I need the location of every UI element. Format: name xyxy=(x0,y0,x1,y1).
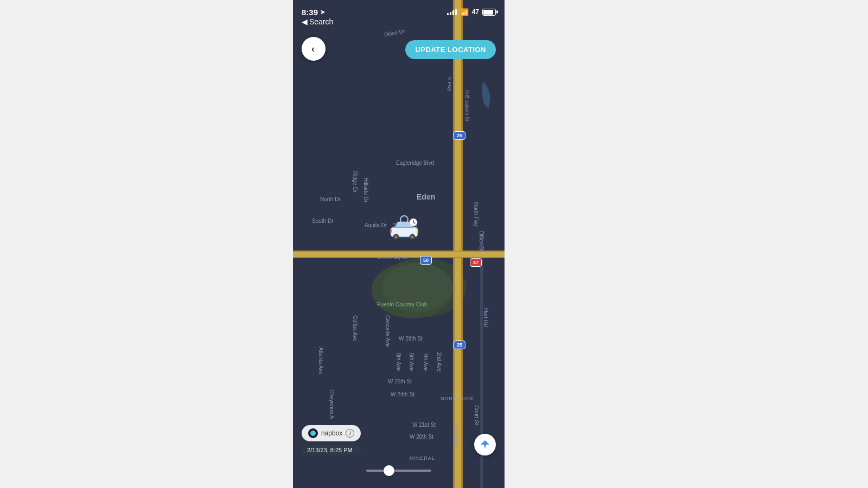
zoom-slider-container xyxy=(366,470,431,472)
svg-point-49 xyxy=(395,236,397,238)
svg-rect-0 xyxy=(293,0,505,488)
time-display: 8:39 xyxy=(302,8,318,17)
search-label: Search xyxy=(309,17,333,26)
signal-bar-3 xyxy=(452,10,454,15)
car-timestamp-icon xyxy=(409,218,418,229)
svg-rect-52 xyxy=(390,229,392,233)
mapbox-attribution: napbox i xyxy=(302,425,361,441)
search-link[interactable]: ◀ Search xyxy=(302,17,333,26)
phone-container: 8:39 ➤ 📶 47 ◀ Search ‹ UPDATE LOCATION D… xyxy=(293,0,505,488)
signal-bar-2 xyxy=(450,12,451,15)
status-icons: 📶 47 xyxy=(447,8,496,16)
svg-rect-51 xyxy=(416,229,418,233)
battery-percent: 47 xyxy=(472,8,479,16)
back-button[interactable]: ‹ xyxy=(302,37,326,61)
current-location-button[interactable] xyxy=(474,434,496,455)
back-chevron-icon: ‹ xyxy=(311,43,315,55)
search-chevron-icon: ◀ xyxy=(302,17,308,26)
status-time: 8:39 ➤ xyxy=(302,8,325,17)
us47-shield: 47 xyxy=(470,258,482,267)
right-panel xyxy=(505,0,868,488)
mapbox-logo-inner xyxy=(310,431,316,436)
svg-rect-6 xyxy=(293,252,505,257)
navigation-arrow-icon: ➤ xyxy=(320,9,325,16)
i25-south-shield: 25 xyxy=(454,341,465,349)
info-icon[interactable]: i xyxy=(346,429,354,438)
svg-point-45 xyxy=(382,263,453,312)
signal-bar-4 xyxy=(455,9,457,15)
bottom-bar: napbox i 2/13/23, 8:25 PM xyxy=(293,425,505,455)
car-location-ring xyxy=(400,215,409,224)
map-background xyxy=(293,0,505,488)
timestamp-badge: 2/13/23, 8:25 PM xyxy=(302,445,361,455)
zoom-slider-thumb[interactable] xyxy=(384,465,394,476)
update-location-button[interactable]: UPDATE LOCATION xyxy=(405,40,496,59)
bottom-left-info: napbox i 2/13/23, 8:25 PM xyxy=(302,425,361,455)
signal-bar-1 xyxy=(447,13,449,15)
battery-icon xyxy=(482,9,496,16)
battery-fill xyxy=(483,10,493,15)
svg-point-50 xyxy=(411,236,413,238)
mapbox-logo xyxy=(308,428,318,438)
wifi-icon: 📶 xyxy=(460,8,469,16)
svg-rect-3 xyxy=(455,0,461,488)
i25-north-shield: 25 xyxy=(454,131,465,140)
zoom-slider[interactable] xyxy=(366,470,431,472)
timestamp-label: 2/13/23, 8:25 PM xyxy=(307,447,353,453)
location-arrow-icon xyxy=(480,439,490,450)
left-panel xyxy=(0,0,293,488)
us50-shield: 50 xyxy=(420,256,432,265)
mapbox-text: napbox xyxy=(321,429,342,437)
signal-strength-icon xyxy=(447,9,457,15)
